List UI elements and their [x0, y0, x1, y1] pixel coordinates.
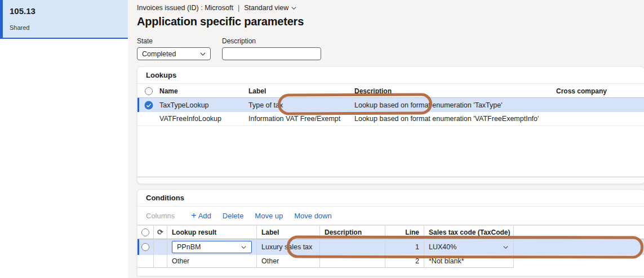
breadcrumb-record-link[interactable]: Invoices issued (ID) : Microsoft — [137, 4, 233, 12]
breadcrumb-separator: | — [238, 4, 239, 12]
table-row[interactable]: VATFreeInfoLookup Information VAT Free/E… — [137, 112, 644, 126]
lookup-name-cell[interactable]: TaxTypeLookup — [159, 101, 248, 109]
view-switcher[interactable]: Standard view — [244, 4, 297, 12]
column-header-label[interactable]: Label — [248, 87, 354, 95]
sales-tax-code-value: *Not blank* — [429, 257, 464, 265]
lookup-result-dropdown[interactable]: PPnBM — [172, 241, 252, 253]
description-field-group: Description — [222, 37, 321, 60]
column-header-name[interactable]: Name — [159, 87, 248, 95]
sales-tax-code-value: LUX40% — [429, 243, 456, 251]
table-row[interactable]: Other Other 2 *Not blank* — [137, 255, 644, 268]
state-label: State — [137, 37, 211, 45]
column-header-lookup-result[interactable]: Lookup result — [167, 226, 257, 239]
column-header-label[interactable]: Label — [257, 226, 320, 239]
delete-button[interactable]: Delete — [223, 212, 244, 220]
state-dropdown[interactable]: Completed — [137, 47, 211, 60]
add-button[interactable]: + Add — [191, 211, 211, 220]
condition-description-cell[interactable] — [320, 255, 385, 268]
chevron-down-icon — [291, 5, 297, 11]
page-title: Application specific parameters — [137, 15, 304, 28]
refresh-icon[interactable]: ⟳ — [157, 228, 163, 236]
conditions-header-row: ⟳ Lookup result Label Description Line S… — [137, 225, 644, 239]
lookup-label-cell[interactable]: Type of tax — [248, 101, 354, 109]
state-dropdown-value: Completed — [142, 50, 176, 58]
lookups-header-row: Name Label Description Cross company — [137, 84, 644, 98]
column-header-description[interactable]: Description — [320, 226, 385, 239]
plus-icon: + — [191, 211, 196, 220]
column-header-line[interactable]: Line — [385, 226, 424, 239]
move-down-button[interactable]: Move down — [294, 212, 331, 220]
lookup-result-dropdown-value: PPnBM — [177, 243, 201, 251]
row-selected-check-icon[interactable] — [144, 101, 153, 110]
conditions-panel-title: Conditions — [137, 190, 644, 207]
main-content: Invoices issued (ID) : Microsoft | Stand… — [128, 0, 644, 278]
lookup-description-cell: Lookup based on format enumeration 'TaxT… — [354, 101, 549, 109]
description-label: Description — [222, 37, 321, 45]
column-header-sales-tax-code[interactable]: Sales tax code (TaxCode) — [424, 226, 514, 239]
chevron-down-icon — [199, 51, 206, 57]
lookups-panel: Lookups Name Label Description Cross com… — [137, 66, 644, 184]
move-up-button[interactable]: Move up — [255, 212, 283, 220]
description-input[interactable] — [222, 47, 321, 60]
row-selection-bar — [137, 239, 139, 255]
condition-lookup-result-cell[interactable]: Other — [167, 255, 257, 268]
condition-line-cell: 2 — [385, 255, 424, 268]
conditions-panel: Conditions Columns + Add Delete Move up … — [137, 189, 644, 276]
condition-label-cell[interactable]: Luxury sales tax — [257, 239, 320, 255]
condition-line-cell: 1 — [385, 239, 424, 255]
grid-bottom-border — [137, 177, 644, 177]
sales-tax-code-dropdown[interactable]: LUX40% — [424, 239, 514, 255]
chevron-down-icon — [503, 244, 509, 250]
filter-fields: State Completed Description — [137, 37, 321, 60]
columns-button: Columns — [146, 212, 175, 220]
sidebar: 105.13 Shared — [0, 0, 128, 278]
table-row[interactable]: TaxTypeLookup Type of tax Lookup based o… — [137, 98, 644, 112]
lookup-name-cell[interactable]: VATFreeInfoLookup — [159, 115, 248, 123]
row-selection-bar — [137, 98, 139, 112]
lookup-label-cell[interactable]: Information VAT Free/Exempt — [248, 115, 354, 123]
column-header-description[interactable]: Description — [354, 87, 549, 95]
conditions-toolbar: Columns + Add Delete Move up Move down — [137, 207, 644, 225]
table-row[interactable]: PPnBM Luxury sales tax 1 LUX40% — [137, 239, 644, 255]
row-select-radio[interactable] — [141, 243, 149, 251]
condition-description-cell[interactable] — [320, 239, 385, 255]
column-header-cross-company[interactable]: Cross company — [549, 87, 644, 95]
select-all-radio[interactable] — [141, 228, 149, 236]
condition-label-cell[interactable]: Other — [257, 255, 320, 268]
view-switcher-label: Standard view — [244, 4, 288, 12]
condition-sales-tax-code-cell[interactable]: *Not blank* — [424, 255, 514, 268]
chevron-down-icon — [241, 244, 247, 250]
lookups-panel-title: Lookups — [137, 67, 644, 84]
sidebar-item-shared-parameters[interactable]: 105.13 Shared — [0, 0, 128, 39]
lookup-description-cell: Lookup based on format enumeration 'VATF… — [354, 115, 549, 123]
select-all-radio[interactable] — [145, 87, 153, 95]
parameter-scope: Shared — [10, 24, 122, 31]
state-field-group: State Completed — [137, 37, 211, 60]
add-button-label: Add — [198, 212, 211, 220]
breadcrumb: Invoices issued (ID) : Microsoft | Stand… — [137, 4, 297, 12]
parameter-version: 105.13 — [10, 6, 122, 16]
